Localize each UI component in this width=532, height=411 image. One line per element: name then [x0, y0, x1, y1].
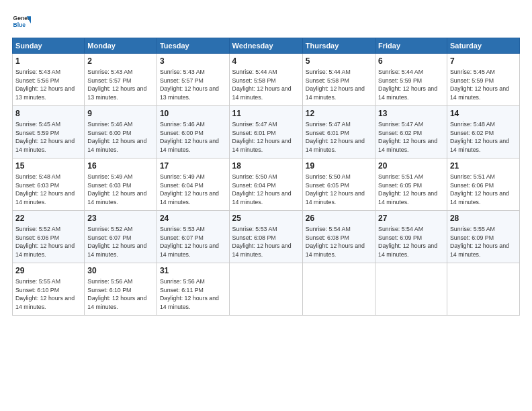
calendar-day-cell: 2Sunrise: 5:43 AMSunset: 5:57 PMDaylight… — [85, 54, 157, 106]
day-info: Sunrise: 5:55 AMSunset: 6:10 PMDaylight:… — [15, 277, 81, 312]
calendar-day-header: Monday — [85, 38, 157, 54]
day-number: 21 — [450, 161, 517, 172]
day-info: Sunrise: 5:43 AMSunset: 5:57 PMDaylight:… — [87, 68, 154, 102]
day-info: Sunrise: 5:47 AMSunset: 6:01 PMDaylight:… — [306, 120, 372, 154]
day-number: 16 — [87, 161, 154, 172]
day-info: Sunrise: 5:48 AMSunset: 6:02 PMDaylight:… — [450, 120, 517, 154]
day-info: Sunrise: 5:44 AMSunset: 5:59 PMDaylight:… — [378, 68, 444, 102]
day-number: 29 — [15, 265, 81, 277]
day-number: 19 — [306, 161, 372, 172]
day-number: 3 — [160, 56, 226, 67]
calendar-week-row: 8Sunrise: 5:45 AMSunset: 5:59 PMDaylight… — [13, 106, 520, 158]
page-header: General Blue — [12, 12, 520, 31]
day-number: 1 — [15, 56, 81, 67]
calendar-day-cell: 15Sunrise: 5:48 AMSunset: 6:03 PMDayligh… — [13, 158, 85, 211]
day-number: 20 — [378, 161, 444, 172]
day-number: 24 — [160, 213, 226, 224]
day-info: Sunrise: 5:50 AMSunset: 6:04 PMDaylight:… — [232, 173, 300, 207]
day-number: 27 — [378, 213, 444, 224]
calendar-day-cell: 16Sunrise: 5:49 AMSunset: 6:03 PMDayligh… — [85, 158, 157, 211]
day-info: Sunrise: 5:49 AMSunset: 6:04 PMDaylight:… — [160, 173, 226, 207]
day-number: 8 — [15, 108, 81, 120]
day-number: 25 — [232, 213, 300, 224]
calendar-day-cell: 1Sunrise: 5:43 AMSunset: 5:56 PMDaylight… — [13, 54, 85, 106]
day-info: Sunrise: 5:51 AMSunset: 6:05 PMDaylight:… — [378, 173, 444, 207]
day-info: Sunrise: 5:47 AMSunset: 6:02 PMDaylight:… — [378, 120, 444, 154]
calendar-day-cell — [229, 263, 302, 316]
calendar-day-cell: 26Sunrise: 5:54 AMSunset: 6:08 PMDayligh… — [302, 211, 375, 263]
calendar-day-cell: 9Sunrise: 5:46 AMSunset: 6:00 PMDaylight… — [85, 106, 157, 158]
day-info: Sunrise: 5:50 AMSunset: 6:05 PMDaylight:… — [306, 173, 372, 207]
day-info: Sunrise: 5:43 AMSunset: 5:56 PMDaylight:… — [15, 68, 81, 102]
calendar-day-cell: 24Sunrise: 5:53 AMSunset: 6:07 PMDayligh… — [157, 211, 229, 263]
calendar-day-cell: 10Sunrise: 5:46 AMSunset: 6:00 PMDayligh… — [157, 106, 229, 158]
calendar-day-cell: 11Sunrise: 5:47 AMSunset: 6:01 PMDayligh… — [229, 106, 302, 158]
calendar-day-cell: 29Sunrise: 5:55 AMSunset: 6:10 PMDayligh… — [13, 263, 85, 316]
day-info: Sunrise: 5:46 AMSunset: 6:00 PMDaylight:… — [160, 120, 226, 154]
calendar-day-header: Saturday — [447, 38, 519, 54]
day-info: Sunrise: 5:45 AMSunset: 5:59 PMDaylight:… — [450, 68, 517, 102]
day-info: Sunrise: 5:54 AMSunset: 6:08 PMDaylight:… — [306, 225, 372, 259]
day-number: 13 — [378, 108, 444, 120]
calendar-week-row: 15Sunrise: 5:48 AMSunset: 6:03 PMDayligh… — [13, 158, 520, 211]
day-info: Sunrise: 5:46 AMSunset: 6:00 PMDaylight:… — [87, 120, 154, 154]
day-number: 17 — [160, 161, 226, 172]
calendar-day-cell — [302, 263, 375, 316]
day-number: 31 — [160, 265, 226, 277]
calendar-day-cell: 21Sunrise: 5:51 AMSunset: 6:06 PMDayligh… — [447, 158, 519, 211]
calendar-day-cell: 8Sunrise: 5:45 AMSunset: 5:59 PMDaylight… — [13, 106, 85, 158]
day-info: Sunrise: 5:56 AMSunset: 6:11 PMDaylight:… — [160, 277, 226, 312]
calendar-week-row: 29Sunrise: 5:55 AMSunset: 6:10 PMDayligh… — [13, 263, 520, 316]
calendar-day-header: Friday — [375, 38, 447, 54]
day-number: 11 — [232, 108, 300, 120]
day-number: 2 — [87, 56, 154, 67]
day-info: Sunrise: 5:51 AMSunset: 6:06 PMDaylight:… — [450, 173, 517, 207]
day-number: 10 — [160, 108, 226, 120]
calendar-day-cell: 3Sunrise: 5:43 AMSunset: 5:57 PMDaylight… — [157, 54, 229, 106]
day-number: 12 — [306, 108, 372, 120]
day-number: 22 — [15, 213, 81, 224]
day-number: 28 — [450, 213, 517, 224]
calendar-day-cell: 23Sunrise: 5:52 AMSunset: 6:07 PMDayligh… — [85, 211, 157, 263]
day-number: 26 — [306, 213, 372, 224]
calendar-day-cell — [375, 263, 447, 316]
day-info: Sunrise: 5:54 AMSunset: 6:09 PMDaylight:… — [378, 225, 444, 259]
day-number: 30 — [87, 265, 154, 277]
calendar-day-cell: 31Sunrise: 5:56 AMSunset: 6:11 PMDayligh… — [157, 263, 229, 316]
calendar-day-cell: 14Sunrise: 5:48 AMSunset: 6:02 PMDayligh… — [447, 106, 519, 158]
day-info: Sunrise: 5:45 AMSunset: 5:59 PMDaylight:… — [15, 120, 81, 154]
calendar-day-header: Thursday — [302, 38, 375, 54]
day-info: Sunrise: 5:52 AMSunset: 6:07 PMDaylight:… — [87, 225, 154, 259]
day-number: 14 — [450, 108, 517, 120]
calendar-day-cell: 27Sunrise: 5:54 AMSunset: 6:09 PMDayligh… — [375, 211, 447, 263]
day-number: 23 — [87, 213, 154, 224]
day-info: Sunrise: 5:47 AMSunset: 6:01 PMDaylight:… — [232, 120, 300, 154]
calendar-day-cell: 17Sunrise: 5:49 AMSunset: 6:04 PMDayligh… — [157, 158, 229, 211]
calendar-day-cell: 28Sunrise: 5:55 AMSunset: 6:09 PMDayligh… — [447, 211, 519, 263]
day-number: 9 — [87, 108, 154, 120]
calendar-header-row: SundayMondayTuesdayWednesdayThursdayFrid… — [13, 38, 520, 54]
day-info: Sunrise: 5:44 AMSunset: 5:58 PMDaylight:… — [306, 68, 372, 102]
day-info: Sunrise: 5:53 AMSunset: 6:07 PMDaylight:… — [160, 225, 226, 259]
day-number: 4 — [232, 56, 300, 67]
calendar-day-cell — [447, 263, 519, 316]
calendar-day-cell: 20Sunrise: 5:51 AMSunset: 6:05 PMDayligh… — [375, 158, 447, 211]
calendar-day-cell: 19Sunrise: 5:50 AMSunset: 6:05 PMDayligh… — [302, 158, 375, 211]
calendar-day-cell: 22Sunrise: 5:52 AMSunset: 6:06 PMDayligh… — [13, 211, 85, 263]
calendar-week-row: 22Sunrise: 5:52 AMSunset: 6:06 PMDayligh… — [13, 211, 520, 263]
day-info: Sunrise: 5:44 AMSunset: 5:58 PMDaylight:… — [232, 68, 300, 102]
day-number: 18 — [232, 161, 300, 172]
calendar-day-header: Wednesday — [229, 38, 302, 54]
calendar-day-header: Sunday — [13, 38, 85, 54]
calendar-day-cell: 18Sunrise: 5:50 AMSunset: 6:04 PMDayligh… — [229, 158, 302, 211]
calendar-week-row: 1Sunrise: 5:43 AMSunset: 5:56 PMDaylight… — [13, 54, 520, 106]
day-number: 6 — [378, 56, 444, 67]
calendar-day-cell: 5Sunrise: 5:44 AMSunset: 5:58 PMDaylight… — [302, 54, 375, 106]
day-info: Sunrise: 5:49 AMSunset: 6:03 PMDaylight:… — [87, 173, 154, 207]
day-info: Sunrise: 5:52 AMSunset: 6:06 PMDaylight:… — [15, 225, 81, 259]
day-number: 15 — [15, 161, 81, 172]
day-info: Sunrise: 5:53 AMSunset: 6:08 PMDaylight:… — [232, 225, 300, 259]
calendar-table: SundayMondayTuesdayWednesdayThursdayFrid… — [12, 38, 520, 316]
logo-icon: General Blue — [12, 12, 31, 31]
svg-text:Blue: Blue — [13, 21, 26, 28]
